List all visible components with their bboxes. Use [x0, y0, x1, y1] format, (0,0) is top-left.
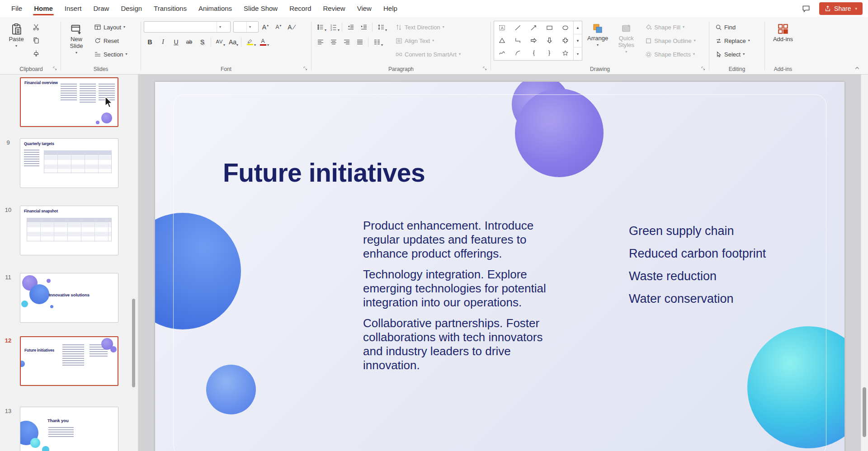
paragraph-dialog-launcher[interactable] [482, 66, 487, 70]
editor-scrollbar-thumb[interactable] [863, 387, 866, 437]
highlight-color-button[interactable]: ▾ [244, 36, 256, 48]
font-name-combo[interactable]: ▾ [144, 21, 231, 33]
numbering-button[interactable]: 123▾ [327, 21, 340, 33]
new-slide-button[interactable]: New Slide ▾ [64, 21, 89, 56]
slide-right-list[interactable]: Green supply chain Reduced carbon footpr… [629, 225, 766, 315]
shape-arrow-down[interactable] [542, 34, 557, 47]
reset-button[interactable]: Reset [91, 34, 130, 47]
font-name-dropdown-caret[interactable]: ▾ [217, 22, 223, 32]
menu-insert[interactable]: Insert [59, 0, 88, 17]
quick-styles-button[interactable]: Quick Styles ▾ [613, 21, 639, 55]
slide-thumbnail-quarterly-targets[interactable]: Quarterly targets [20, 138, 118, 188]
highlight-color-caret[interactable]: ▾ [254, 43, 256, 47]
bold-button[interactable]: B [144, 36, 156, 48]
menu-view[interactable]: View [351, 0, 377, 17]
align-left-button[interactable] [314, 36, 326, 48]
share-button[interactable]: Share ▾ [819, 2, 863, 15]
arrange-caret[interactable]: ▾ [597, 43, 599, 47]
decrease-indent-button[interactable] [344, 21, 357, 33]
select-button[interactable]: Select ▾ [712, 48, 753, 61]
slide-title[interactable]: Future initiatives [223, 158, 425, 188]
bullets-button[interactable]: ▾ [314, 21, 326, 33]
menu-draw[interactable]: Draw [87, 0, 115, 17]
slide-thumbnail-innovative-solutions[interactable]: Innovative solutions [20, 273, 118, 323]
clipboard-dialog-launcher[interactable] [52, 66, 57, 70]
shape-rectangle[interactable] [542, 21, 557, 34]
shape-left-brace[interactable] [526, 47, 542, 59]
slide-thumbnail-financial-overview[interactable]: Financial overview [20, 77, 118, 127]
arrange-button[interactable]: Arrange ▾ [584, 21, 611, 48]
addins-button[interactable]: Add-ins [770, 21, 796, 44]
line-spacing-button[interactable]: ▾ [375, 21, 387, 33]
shape-oval[interactable] [557, 21, 573, 34]
justify-button[interactable] [354, 36, 366, 48]
paste-dropdown-caret[interactable]: ▾ [15, 44, 17, 48]
shape-effects-button[interactable]: Shape Effects ▾ [642, 48, 698, 61]
clear-formatting-button[interactable]: A [286, 21, 298, 33]
comments-icon[interactable] [799, 2, 813, 15]
slide-thumbnail-thank-you[interactable]: Thank you [20, 407, 118, 451]
shape-line[interactable] [510, 21, 526, 34]
shape-textbox[interactable]: A [494, 21, 510, 34]
italic-button[interactable]: I [157, 36, 169, 48]
shape-cross[interactable] [557, 34, 573, 47]
slide-thumbnail-future-initiatives[interactable]: Future initiatives [20, 336, 118, 386]
font-color-button[interactable]: A▾ [257, 36, 269, 48]
strikethrough-button[interactable]: ab [183, 36, 195, 48]
font-dialog-launcher[interactable] [303, 66, 307, 70]
change-case-button[interactable]: Aa▾ [226, 36, 239, 48]
copy-button[interactable] [30, 34, 42, 46]
format-painter-button[interactable] [30, 47, 42, 59]
slide-canvas[interactable]: Future initiatives Product enhancement. … [155, 82, 844, 451]
convert-to-smartart-button[interactable]: Convert to SmartArt ▾ [392, 48, 464, 61]
font-name-input[interactable] [144, 22, 217, 32]
new-slide-dropdown-caret[interactable]: ▾ [75, 51, 77, 55]
shrink-font-button[interactable]: A▼ [273, 21, 285, 33]
shape-triangle[interactable] [494, 34, 510, 47]
menu-transitions[interactable]: Transitions [148, 0, 193, 17]
paste-button[interactable]: Paste ▾ [5, 21, 28, 49]
menu-animations[interactable]: Animations [193, 0, 238, 17]
shape-arrow-right[interactable] [526, 34, 542, 47]
shapes-scroll-down[interactable]: ▼ [574, 34, 582, 47]
menu-help[interactable]: Help [377, 0, 403, 17]
drawing-dialog-launcher[interactable] [701, 66, 705, 70]
menu-file[interactable]: File [5, 0, 28, 17]
menu-slideshow[interactable]: Slide Show [238, 0, 283, 17]
editor-vertical-scrollbar[interactable] [861, 75, 868, 451]
shape-elbow-connector[interactable] [510, 34, 526, 47]
find-button[interactable]: Find [712, 21, 753, 33]
shape-right-brace[interactable] [542, 47, 557, 59]
thumbnail-panel-scrollbar[interactable] [132, 299, 135, 387]
menu-design[interactable]: Design [115, 0, 148, 17]
font-size-dropdown-caret[interactable]: ▾ [246, 22, 253, 32]
font-color-caret[interactable]: ▾ [267, 43, 269, 47]
shape-scribble[interactable] [494, 47, 510, 59]
shapes-more-button[interactable]: ▾ [574, 47, 582, 60]
shape-arc[interactable] [510, 47, 526, 59]
layout-button[interactable]: Layout ▾ [91, 21, 130, 33]
align-center-button[interactable] [327, 36, 340, 48]
font-size-input[interactable] [234, 22, 246, 32]
text-direction-button[interactable]: Text Direction ▾ [392, 21, 464, 33]
collapse-ribbon-button[interactable] [852, 64, 863, 72]
shape-fill-button[interactable]: Shape Fill ▾ [642, 21, 698, 33]
align-text-button[interactable]: Align Text ▾ [392, 34, 464, 47]
section-button[interactable]: Section ▾ [91, 48, 130, 61]
slide-body-text[interactable]: Product enhancement. Introduce regular u… [363, 219, 559, 379]
share-dropdown-caret[interactable]: ▾ [855, 6, 857, 11]
shape-star[interactable] [557, 47, 573, 59]
shapes-scroll-up[interactable]: ▲ [574, 21, 582, 34]
font-size-combo[interactable]: ▾ [233, 21, 259, 33]
columns-button[interactable]: ▾ [371, 36, 383, 48]
character-spacing-button[interactable]: AV▾ [213, 36, 226, 48]
menu-record[interactable]: Record [283, 0, 317, 17]
grow-font-button[interactable]: A▲ [259, 21, 272, 33]
replace-button[interactable]: Replace ▾ [712, 34, 753, 47]
text-shadow-button[interactable]: S [196, 36, 208, 48]
slide-thumbnail-financial-snapshot[interactable]: Financial snapshot [20, 206, 118, 255]
menu-review[interactable]: Review [317, 0, 351, 17]
align-right-button[interactable] [340, 36, 353, 48]
shape-outline-button[interactable]: Shape Outline ▾ [642, 34, 698, 47]
cut-button[interactable] [30, 21, 42, 33]
